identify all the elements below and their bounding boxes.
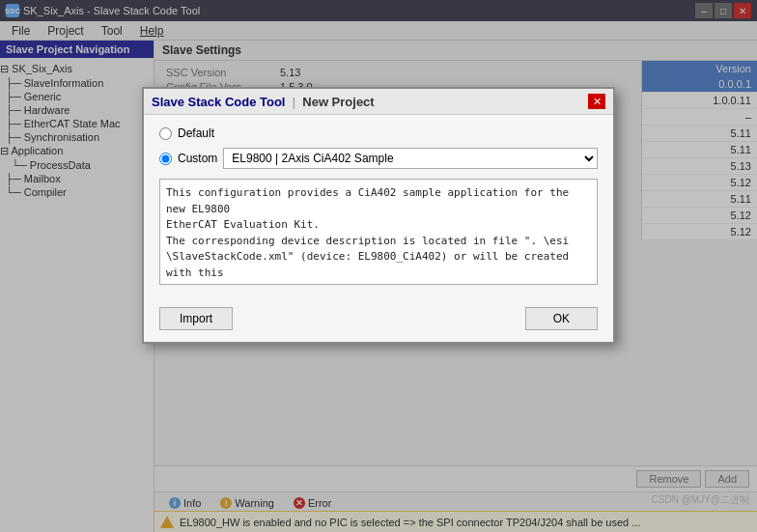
default-radio-row: Default — [159, 126, 598, 140]
ok-button[interactable]: OK — [525, 307, 598, 330]
custom-dropdown[interactable]: EL9800 | 2Axis CiA402 Sample — [223, 148, 598, 169]
custom-radio-label[interactable]: Custom — [178, 152, 217, 165]
modal-overlay: Slave Stack Code Tool | New Project ✕ De… — [0, 0, 757, 532]
custom-radio[interactable] — [159, 153, 172, 165]
modal-body: Default Custom EL9800 | 2Axis CiA402 Sam… — [144, 115, 613, 299]
modal-title: Slave Stack Code Tool | New Project — [152, 95, 375, 109]
modal-title-main: Slave Stack Code Tool — [152, 95, 285, 109]
modal-footer: Import OK — [144, 299, 613, 342]
custom-row: Custom EL9800 | 2Axis CiA402 Sample — [159, 148, 598, 169]
default-radio[interactable] — [159, 127, 172, 140]
default-radio-label[interactable]: Default — [178, 126, 214, 140]
modal-close-button[interactable]: ✕ — [588, 94, 605, 109]
modal-dialog: Slave Stack Code Tool | New Project ✕ De… — [142, 87, 615, 344]
import-button[interactable]: Import — [159, 307, 233, 330]
modal-titlebar: Slave Stack Code Tool | New Project ✕ — [144, 89, 613, 115]
modal-title-separator: | — [293, 96, 298, 109]
description-textarea[interactable]: This configuration provides a CiA402 sam… — [159, 179, 598, 285]
modal-title-sub: New Project — [302, 95, 374, 109]
